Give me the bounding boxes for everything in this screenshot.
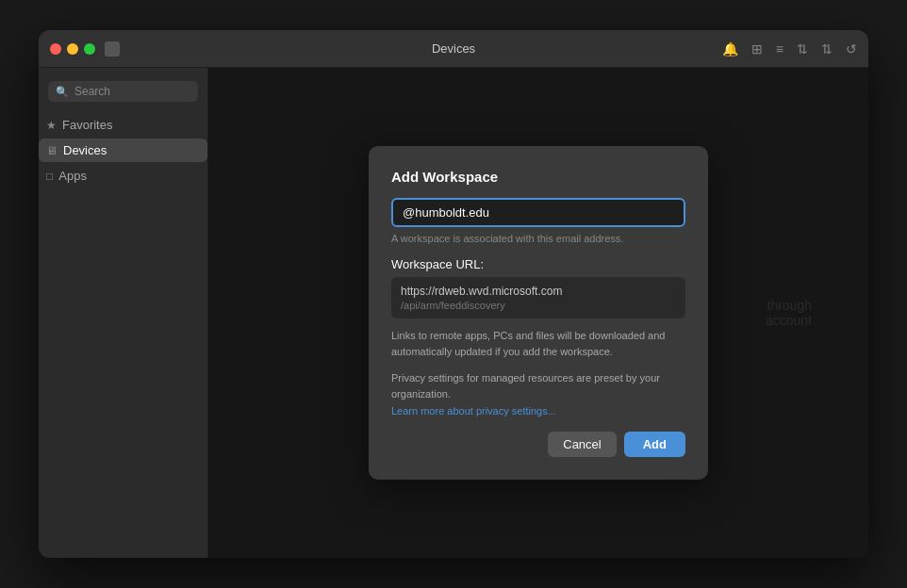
sort-icon[interactable]: ⇅ bbox=[797, 41, 808, 57]
titlebar-controls: 🔔 ⊞ ≡ ⇅ ⇅ ↺ bbox=[722, 41, 857, 57]
sidebar-item-favorites[interactable]: ★ Favorites bbox=[39, 113, 207, 137]
sidebar-item-apps[interactable]: □ Apps bbox=[39, 164, 207, 188]
sidebar-item-devices-label: Devices bbox=[63, 143, 107, 157]
search-label: Search bbox=[74, 85, 110, 98]
content-area: through account Add Workspace A workspac… bbox=[208, 68, 868, 558]
workspace-url-path: /api/arm/feeddiscovery bbox=[401, 300, 676, 311]
traffic-lights bbox=[50, 43, 95, 55]
privacy-text: Privacy settings for managed resources a… bbox=[391, 370, 685, 401]
add-button[interactable]: Add bbox=[624, 432, 685, 457]
workspace-url-box: https://rdweb.wvd.microsoft.com /api/arm… bbox=[391, 277, 685, 318]
filter-icon[interactable]: ⇅ bbox=[821, 41, 833, 57]
apps-icon: □ bbox=[46, 170, 53, 183]
workspace-url-main: https://rdweb.wvd.microsoft.com bbox=[401, 285, 676, 298]
search-bar[interactable]: 🔍 Search bbox=[48, 81, 198, 102]
sidebar-item-devices[interactable]: 🖥 Devices bbox=[39, 139, 207, 162]
maximize-button[interactable] bbox=[84, 43, 95, 55]
list-icon[interactable]: ≡ bbox=[776, 41, 783, 57]
email-input[interactable] bbox=[391, 198, 685, 227]
main-window: Devices 🔔 ⊞ ≡ ⇅ ⇅ ↺ 🔍 Search ★ Favorites… bbox=[39, 30, 868, 558]
refresh-icon[interactable]: ↺ bbox=[846, 41, 857, 57]
favorites-icon: ★ bbox=[46, 119, 57, 132]
modal-overlay: Add Workspace A workspace is associated … bbox=[208, 68, 868, 558]
notification-icon[interactable]: 🔔 bbox=[722, 41, 738, 57]
link-description: Links to remote apps, PCs and files will… bbox=[391, 328, 685, 359]
grid-icon[interactable]: ⊞ bbox=[751, 41, 763, 57]
sidebar-item-favorites-label: Favorites bbox=[62, 118, 112, 132]
minimize-button[interactable] bbox=[67, 43, 78, 55]
dialog-title: Add Workspace bbox=[391, 169, 685, 185]
email-hint: A workspace is associated with this emai… bbox=[391, 233, 685, 244]
sidebar: 🔍 Search ★ Favorites 🖥 Devices □ Apps bbox=[39, 68, 208, 558]
window-title: Devices bbox=[432, 41, 475, 56]
privacy-link[interactable]: Learn more about privacy settings... bbox=[391, 405, 685, 416]
devices-icon: 🖥 bbox=[46, 144, 58, 157]
search-icon: 🔍 bbox=[56, 86, 69, 98]
add-workspace-dialog: Add Workspace A workspace is associated … bbox=[369, 146, 708, 480]
titlebar: Devices 🔔 ⊞ ≡ ⇅ ⇅ ↺ bbox=[39, 30, 868, 68]
workspace-url-label: Workspace URL: bbox=[391, 257, 685, 271]
close-button[interactable] bbox=[50, 43, 61, 55]
dialog-buttons: Cancel Add bbox=[391, 432, 685, 457]
sidebar-item-apps-label: Apps bbox=[58, 169, 87, 183]
cancel-button[interactable]: Cancel bbox=[548, 432, 616, 457]
main-content: 🔍 Search ★ Favorites 🖥 Devices □ Apps th… bbox=[39, 68, 868, 558]
window-icon bbox=[105, 41, 120, 57]
